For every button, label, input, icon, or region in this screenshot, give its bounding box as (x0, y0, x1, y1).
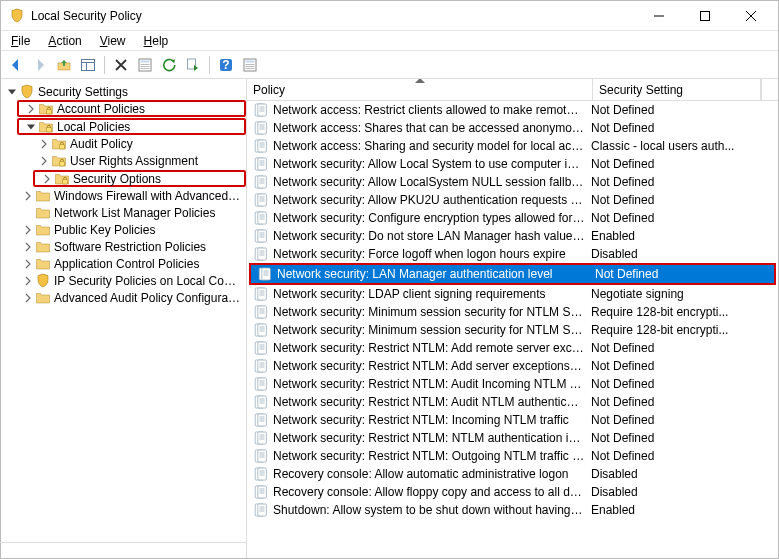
chevron-right-icon[interactable] (37, 154, 51, 168)
policy-name: Network security: Restrict NTLM: Outgoin… (273, 447, 591, 465)
toolbar-separator (104, 56, 105, 74)
policy-row[interactable]: Network access: Sharing and security mod… (247, 137, 778, 155)
chevron-right-icon[interactable] (21, 223, 35, 237)
column-header-policy[interactable]: Policy (247, 79, 593, 100)
policy-setting: Not Defined (591, 375, 778, 393)
scroll-spacer (761, 79, 778, 100)
policy-icon (253, 448, 269, 464)
tree-label: Windows Firewall with Advanced Secu (54, 189, 242, 203)
menu-view[interactable]: View (94, 33, 132, 49)
tree-pane[interactable]: Security Settings Account Policies Local… (1, 79, 247, 558)
policy-name: Recovery console: Allow floppy copy and … (273, 483, 591, 501)
policy-setting: Not Defined (591, 155, 778, 173)
chevron-right-icon[interactable] (40, 172, 54, 186)
toolbar (1, 51, 778, 79)
tree-user-rights[interactable]: User Rights Assignment (33, 152, 246, 169)
policy-name: Network security: Minimum session securi… (273, 321, 591, 339)
tree-label: Software Restriction Policies (54, 240, 206, 254)
delete-button[interactable] (110, 54, 132, 76)
minimize-button[interactable] (636, 1, 682, 31)
tree-horizontal-scrollbar[interactable] (1, 542, 246, 558)
tree-advanced-audit[interactable]: Advanced Audit Policy Configuration (17, 289, 246, 306)
policy-icon (253, 286, 269, 302)
back-button[interactable] (5, 54, 27, 76)
menu-help[interactable]: Help (138, 33, 175, 49)
policy-name: Network security: Force logoff when logo… (273, 245, 591, 263)
policy-row[interactable]: Network security: Restrict NTLM: Audit I… (247, 375, 778, 393)
policy-row[interactable]: Network security: LAN Manager authentica… (251, 265, 774, 283)
policy-name: Network security: Restrict NTLM: Add ser… (273, 357, 591, 375)
policy-row[interactable]: Network security: Minimum session securi… (247, 303, 778, 321)
policy-row[interactable]: Network security: Allow Local System to … (247, 155, 778, 173)
policy-row[interactable]: Network security: Restrict NTLM: Incomin… (247, 411, 778, 429)
tree-windows-firewall[interactable]: Windows Firewall with Advanced Secu (17, 187, 246, 204)
policy-row[interactable]: Shutdown: Allow system to be shut down w… (247, 501, 778, 519)
policy-icon (253, 412, 269, 428)
policy-icon (253, 156, 269, 172)
chevron-right-icon[interactable] (24, 102, 38, 116)
refresh-button[interactable] (158, 54, 180, 76)
show-hide-tree-button[interactable] (77, 54, 99, 76)
policy-row[interactable]: Network security: Allow PKU2U authentica… (247, 191, 778, 209)
help-button[interactable] (215, 54, 237, 76)
chevron-right-icon[interactable] (21, 274, 35, 288)
policy-setting: Enabled (591, 501, 778, 519)
policy-row[interactable]: Network security: Allow LocalSystem NULL… (247, 173, 778, 191)
properties-button[interactable] (134, 54, 156, 76)
policy-name: Network security: LDAP client signing re… (273, 285, 591, 303)
properties-2-button[interactable] (239, 54, 261, 76)
tree-label: Local Policies (57, 120, 130, 134)
policy-list[interactable]: Network access: Restrict clients allowed… (247, 101, 778, 558)
policy-name: Network security: Allow PKU2U authentica… (273, 191, 591, 209)
menu-action[interactable]: Action (42, 33, 87, 49)
policy-row[interactable]: Network security: Restrict NTLM: Audit N… (247, 393, 778, 411)
policy-row[interactable]: Network security: Restrict NTLM: Add ser… (247, 357, 778, 375)
policy-row[interactable]: Network security: Do not store LAN Manag… (247, 227, 778, 245)
policy-row[interactable]: Network security: LDAP client signing re… (247, 285, 778, 303)
policy-setting: Not Defined (591, 101, 778, 119)
close-button[interactable] (728, 1, 774, 31)
chevron-right-icon[interactable] (21, 240, 35, 254)
policy-row[interactable]: Network security: Restrict NTLM: Outgoin… (247, 447, 778, 465)
chevron-right-icon[interactable] (37, 137, 51, 151)
tree-public-key-policies[interactable]: Public Key Policies (17, 221, 246, 238)
tree-software-restriction[interactable]: Software Restriction Policies (17, 238, 246, 255)
policy-row[interactable]: Network security: Restrict NTLM: Add rem… (247, 339, 778, 357)
tree-network-list-manager[interactable]: Network List Manager Policies (17, 204, 246, 221)
forward-button[interactable] (29, 54, 51, 76)
policy-row[interactable]: Recovery console: Allow automatic admini… (247, 465, 778, 483)
policy-row[interactable]: Network security: Configure encryption t… (247, 209, 778, 227)
policy-row[interactable]: Network access: Restrict clients allowed… (247, 101, 778, 119)
up-button[interactable] (53, 54, 75, 76)
chevron-right-icon[interactable] (21, 189, 35, 203)
column-header-setting[interactable]: Security Setting (593, 79, 761, 100)
policy-setting: Not Defined (591, 339, 778, 357)
tree-label: Application Control Policies (54, 257, 199, 271)
policy-row[interactable]: Network security: Restrict NTLM: NTLM au… (247, 429, 778, 447)
folder-lock-icon (54, 171, 70, 187)
policy-name: Network security: LAN Manager authentica… (277, 265, 595, 283)
tree-application-control[interactable]: Application Control Policies (17, 255, 246, 272)
policy-row[interactable]: Network security: Minimum session securi… (247, 321, 778, 339)
tree-root-security-settings[interactable]: Security Settings (1, 83, 246, 100)
policy-row[interactable]: Recovery console: Allow floppy copy and … (247, 483, 778, 501)
tree-local-policies[interactable]: Local Policies (17, 118, 246, 135)
tree-label: Security Options (73, 172, 161, 186)
tree-audit-policy[interactable]: Audit Policy (33, 135, 246, 152)
maximize-button[interactable] (682, 1, 728, 31)
export-list-button[interactable] (182, 54, 204, 76)
chevron-right-icon[interactable] (21, 291, 35, 305)
policy-setting: Negotiate signing (591, 285, 778, 303)
policy-setting: Classic - local users auth... (591, 137, 778, 155)
chevron-down-icon[interactable] (24, 120, 38, 134)
tree-security-options[interactable]: Security Options (33, 170, 246, 187)
policy-setting: Not Defined (591, 429, 778, 447)
chevron-down-icon[interactable] (5, 85, 19, 99)
folder-icon (35, 256, 51, 272)
menu-file[interactable]: File (5, 33, 36, 49)
policy-row[interactable]: Network access: Shares that can be acces… (247, 119, 778, 137)
policy-row[interactable]: Network security: Force logoff when logo… (247, 245, 778, 263)
chevron-right-icon[interactable] (21, 257, 35, 271)
tree-ip-security[interactable]: IP Security Policies on Local Compute (17, 272, 246, 289)
tree-account-policies[interactable]: Account Policies (17, 100, 246, 117)
